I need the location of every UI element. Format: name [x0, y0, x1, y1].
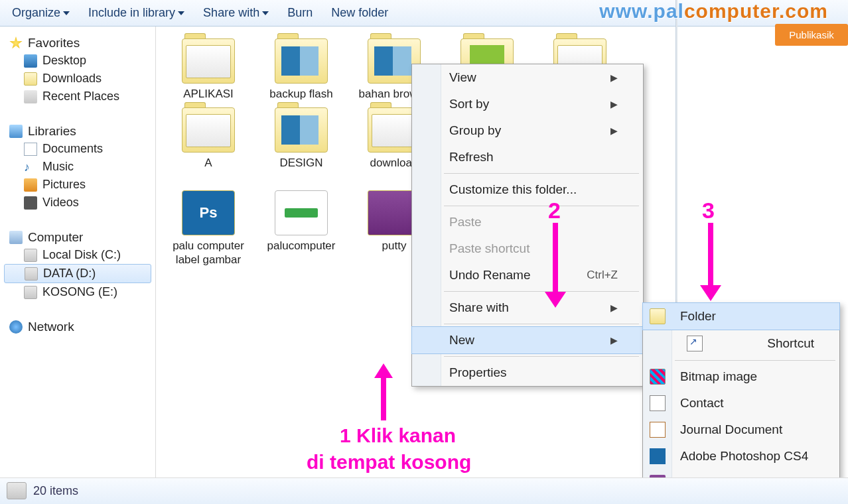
ctx-view[interactable]: View▶: [412, 64, 643, 91]
file-item[interactable]: palucomputer: [262, 190, 340, 267]
bmp-icon: [650, 369, 666, 385]
context-submenu-new: FolderShortcutBitmap imageContactJournal…: [642, 302, 840, 504]
file-item[interactable]: A: [169, 107, 247, 184]
sidebar-item-desktop[interactable]: Desktop: [0, 52, 155, 70]
drive-icon: [25, 267, 38, 281]
file-item[interactable]: backup flash: [262, 38, 340, 101]
ctx-undo-rename[interactable]: Undo RenameCtrl+Z: [412, 262, 643, 288]
star-icon: [9, 36, 23, 50]
sidebar-item-music[interactable]: ♪Music: [0, 158, 155, 176]
drive-icon: [24, 286, 37, 299]
ctx-properties[interactable]: Properties: [412, 359, 643, 386]
ctx-paste: Paste: [412, 209, 643, 235]
desktop-icon: [24, 54, 37, 68]
ctx-share-with[interactable]: Share with▶: [412, 294, 643, 321]
ctx-new-shortcut[interactable]: Shortcut: [643, 330, 839, 357]
file-label: backup flash: [269, 88, 332, 101]
pictures-icon: [24, 178, 37, 192]
ctx-new-contact[interactable]: Contact: [643, 390, 839, 416]
ctx-new-journal-document[interactable]: Journal Document: [643, 416, 839, 443]
sidebar-item-data-d[interactable]: DATA (D:): [4, 264, 151, 283]
watermark: www.palcomputer.com: [599, 0, 828, 23]
contact-icon: [650, 395, 666, 411]
ctx-refresh[interactable]: Refresh: [412, 144, 643, 170]
publish-button[interactable]: Publikasik: [775, 24, 848, 46]
sidebar-item-videos[interactable]: Videos: [0, 194, 155, 212]
folder-icon: [275, 38, 328, 84]
journal-icon: [650, 422, 666, 438]
toolbar-burn[interactable]: Burn: [287, 6, 313, 20]
sidebar-item-local-disk-c[interactable]: Local Disk (C:): [0, 246, 155, 264]
ctx-customize-this-folder-[interactable]: Customize this folder...: [412, 176, 643, 203]
toolbar-organize[interactable]: Organize: [12, 6, 70, 20]
drive-icon: [7, 482, 27, 499]
videos-icon: [24, 196, 37, 210]
ctx-new[interactable]: New▶: [412, 327, 643, 353]
file-label: putty: [382, 239, 407, 253]
computer-icon: [9, 231, 23, 244]
folder-icon: [275, 107, 328, 153]
toolbar-share-with[interactable]: Share with: [203, 6, 269, 20]
ctx-paste-shortcut: Paste shortcut: [412, 235, 643, 262]
network-icon: [9, 320, 23, 334]
sidebar-head-computer[interactable]: Computer: [0, 229, 155, 246]
file-item[interactable]: APLIKASI: [169, 38, 247, 101]
documents-icon: [24, 143, 37, 156]
sidebar-item-documents[interactable]: Documents: [0, 140, 155, 158]
ctx-new-folder[interactable]: Folder: [643, 303, 839, 330]
sidebar-item-downloads[interactable]: Downloads: [0, 70, 155, 88]
folder-icon: [182, 107, 235, 153]
file-label: palucomputer: [267, 239, 335, 253]
background-page-fragment: Publikasik: [775, 24, 848, 46]
status-item-count: 20 items: [33, 484, 78, 498]
chevron-down-icon: [262, 11, 269, 15]
downloads-icon: [24, 72, 37, 86]
file-label: A: [204, 157, 212, 170]
recent-icon: [24, 90, 37, 103]
sidebar-head-favorites[interactable]: Favorites: [0, 34, 155, 52]
shortcut-icon: [687, 336, 703, 351]
chevron-down-icon: [178, 11, 184, 15]
music-icon: ♪: [24, 160, 37, 174]
chevron-down-icon: [63, 11, 70, 15]
sidebar-head-network[interactable]: Network: [0, 318, 155, 336]
ctx-group-by[interactable]: Group by▶: [412, 117, 643, 144]
ctx-sort-by[interactable]: Sort by▶: [412, 91, 643, 117]
context-menu: View▶Sort by▶Group by▶RefreshCustomize t…: [411, 64, 644, 387]
ps-icon: [650, 448, 666, 464]
ctx-new-adobe-photoshop-cs4[interactable]: Adobe Photoshop CS4: [643, 443, 839, 470]
file-item[interactable]: Pspalu computer label gambar: [169, 190, 247, 267]
sidebar-head-libraries[interactable]: Libraries: [0, 123, 155, 140]
status-bar: 20 items: [0, 477, 848, 504]
sidebar-item-recent-places[interactable]: Recent Places: [0, 88, 155, 105]
toolbar-new-folder[interactable]: New folder: [331, 6, 388, 20]
libraries-icon: [9, 125, 23, 138]
file-label: palu computer label gambar: [169, 239, 247, 267]
ctx-new-bitmap-image[interactable]: Bitmap image: [643, 363, 839, 390]
ps-icon: Ps: [182, 190, 235, 235]
file-item[interactable]: DESIGN: [262, 107, 340, 184]
folder-icon: [650, 308, 666, 324]
file-label: DESIGN: [279, 157, 322, 170]
img-icon: [275, 190, 328, 235]
folder-icon: [182, 38, 235, 84]
drive-icon: [24, 249, 37, 262]
sidebar-item-pictures[interactable]: Pictures: [0, 176, 155, 194]
navigation-pane: Favorites Desktop Downloads Recent Place…: [0, 27, 156, 477]
file-label: APLIKASI: [183, 88, 234, 101]
toolbar-include-in-library[interactable]: Include in library: [88, 6, 184, 20]
sidebar-item-kosong-e[interactable]: KOSONG (E:): [0, 283, 155, 301]
